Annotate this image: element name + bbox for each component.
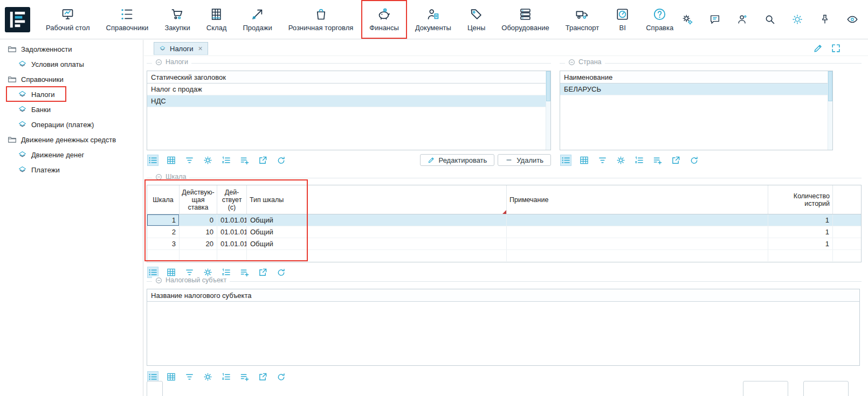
table-row[interactable]: 2 10 01.01.01 Общий 1: [147, 226, 861, 238]
cell-empty: [180, 250, 217, 261]
nav-documents[interactable]: Документы: [407, 0, 459, 39]
nav-label: Финансы: [369, 24, 399, 32]
list-view-icon[interactable]: [148, 372, 158, 382]
settings-icon[interactable]: [203, 155, 213, 165]
refresh-icon[interactable]: [276, 155, 286, 165]
nav-sales[interactable]: Продажи: [235, 0, 280, 39]
scrollbar-thumb[interactable]: [546, 71, 550, 101]
user-icon[interactable]: [736, 13, 748, 25]
scale-table-header: Шкала Действую- щая ставка Дей- ствует (…: [147, 185, 861, 214]
add-list-icon[interactable]: [239, 372, 250, 382]
add-list-icon[interactable]: [239, 267, 250, 277]
search-icon[interactable]: [764, 13, 776, 25]
sidebar-item-cash-flow[interactable]: Движение денежных средств: [0, 132, 143, 147]
nav-desktop[interactable]: Рабочий стол: [38, 0, 98, 39]
main-content: Налоги × Налоги Статический заголовок На…: [144, 40, 868, 396]
grid-view-icon[interactable]: [166, 155, 176, 165]
sidebar-item-banks[interactable]: Банки: [0, 102, 143, 117]
list-view-icon[interactable]: [148, 155, 158, 165]
settings-icon[interactable]: [203, 267, 213, 277]
table-row-selected[interactable]: БЕЛАРУСЬ: [560, 84, 832, 95]
cutoff-button-right[interactable]: [803, 381, 849, 396]
nav-bi[interactable]: BI: [607, 0, 638, 39]
column-header[interactable]: Количество историй: [768, 185, 833, 214]
edit-button[interactable]: Редактировать: [420, 154, 495, 166]
sidebar-item-debts[interactable]: Задолженности: [0, 41, 143, 57]
column-header[interactable]: Название налогового субъекта: [147, 289, 859, 302]
numbered-list-icon[interactable]: [221, 267, 231, 277]
nav-warehouse[interactable]: Склад: [198, 0, 235, 39]
cutoff-button-left[interactable]: [743, 381, 788, 396]
pin-icon[interactable]: [819, 13, 831, 25]
logo-icon: [5, 7, 30, 32]
settings-gears-icon[interactable]: [681, 13, 693, 25]
export-icon[interactable]: [258, 155, 268, 165]
nav-help[interactable]: Справка: [638, 0, 681, 39]
column-header[interactable]: Действую- щая ставка: [180, 185, 217, 214]
column-header[interactable]: Наименование: [560, 71, 832, 84]
nav-prices[interactable]: Цены: [459, 0, 493, 39]
theme-icon[interactable]: [791, 13, 803, 25]
export-icon[interactable]: [258, 267, 268, 277]
column-header[interactable]: Тип шкалы: [247, 185, 307, 214]
table-row[interactable]: Налог с продаж: [147, 84, 550, 95]
vertical-scrollbar[interactable]: [828, 71, 832, 150]
column-header[interactable]: Статический заголовок: [147, 71, 550, 84]
column-header-spacer: [307, 185, 507, 214]
column-header[interactable]: Шкала: [147, 185, 180, 214]
refresh-icon[interactable]: [276, 372, 286, 382]
sidebar-item-taxes[interactable]: Налоги: [0, 87, 143, 102]
refresh-icon[interactable]: [276, 267, 286, 277]
numbered-list-icon[interactable]: [634, 155, 644, 165]
tax-subject-panel: Налоговый субъект Название налогового су…: [147, 281, 862, 384]
tab-label: Налоги: [170, 45, 194, 53]
nav-transport[interactable]: Транспорт: [557, 0, 608, 39]
add-list-icon[interactable]: [652, 155, 663, 165]
table-row[interactable]: 3 20 01.01.01 Общий 1: [147, 238, 861, 250]
table-row-selected[interactable]: 1 0 01.01.01 Общий 1: [147, 214, 861, 226]
cutoff-field[interactable]: [147, 381, 163, 396]
export-icon[interactable]: [258, 372, 268, 382]
grid-view-icon[interactable]: [579, 155, 589, 165]
tab-nalogi[interactable]: Налоги ×: [154, 42, 208, 55]
column-header[interactable]: Дей- ствует (с): [217, 185, 247, 214]
settings-icon[interactable]: [616, 155, 626, 165]
nav-equipment[interactable]: Оборудование: [493, 0, 557, 39]
edit-pencil-icon[interactable]: [813, 43, 823, 53]
sidebar-item-catalogs[interactable]: Справочники: [0, 72, 143, 87]
column-header[interactable]: Примечание: [507, 185, 768, 214]
scrollbar-thumb[interactable]: [828, 71, 832, 101]
tab-close-icon[interactable]: ×: [198, 45, 203, 52]
table-row-selected[interactable]: НДС: [147, 95, 550, 107]
sidebar-item-operations[interactable]: Операции (платеж): [0, 117, 143, 132]
cell-filler: [833, 214, 861, 226]
filter-icon[interactable]: [597, 155, 608, 165]
grid-view-icon[interactable]: [166, 267, 176, 277]
eye-icon[interactable]: [846, 13, 858, 25]
nav-purchases[interactable]: Закупки: [156, 0, 198, 39]
list-view-icon[interactable]: [561, 155, 571, 165]
numbered-list-icon[interactable]: [221, 155, 231, 165]
settings-icon[interactable]: [203, 372, 213, 382]
filter-icon[interactable]: [184, 267, 195, 277]
nav-catalogs[interactable]: Справочники: [98, 0, 157, 39]
add-list-icon[interactable]: [239, 155, 250, 165]
vertical-scrollbar[interactable]: [546, 71, 550, 150]
sidebar-item-payments[interactable]: Платежи: [0, 162, 143, 177]
delete-button[interactable]: Удалить: [498, 154, 551, 166]
grid-view-icon[interactable]: [166, 372, 176, 382]
filter-icon[interactable]: [184, 155, 195, 165]
export-icon[interactable]: [671, 155, 681, 165]
nav-finances[interactable]: Финансы: [361, 0, 407, 39]
sidebar-item-payment-terms[interactable]: Условия оплаты: [0, 57, 143, 72]
feedback-icon[interactable]: [709, 13, 721, 25]
sidebar-item-money-movement[interactable]: Движение денег: [0, 147, 143, 162]
nav-retail[interactable]: Розничная торговля: [280, 0, 362, 39]
filter-icon[interactable]: [184, 372, 195, 382]
list-view-icon[interactable]: [148, 267, 158, 277]
fullscreen-icon[interactable]: [831, 43, 841, 53]
nav-label: Транспорт: [566, 24, 600, 32]
numbered-list-icon[interactable]: [221, 372, 231, 382]
refresh-icon[interactable]: [689, 155, 699, 165]
app-logo[interactable]: [5, 7, 30, 32]
